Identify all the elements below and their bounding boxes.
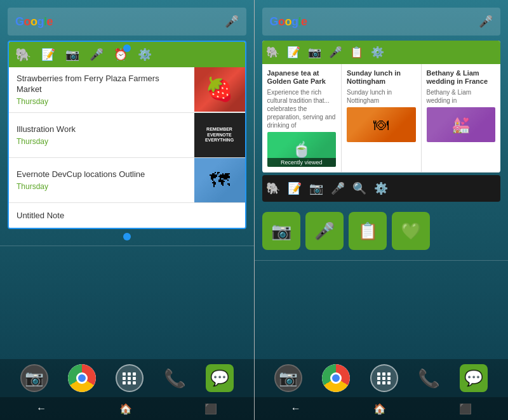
chrome-center — [76, 372, 88, 384]
dock-phone-right[interactable]: 📞 — [418, 368, 440, 389]
note-col-thumb-1: 🍵 Recently viewed — [267, 132, 337, 167]
dock-right: 📷 📞 💬 — [255, 359, 509, 397]
note-col-1[interactable]: Japanese tea at Golden Gate Park Experie… — [262, 64, 342, 172]
dock-left: 📷 📞 💬 — [0, 359, 254, 397]
home-button-left[interactable]: 🏠 — [119, 403, 132, 415]
mic-icon-right[interactable]: 🎤 — [479, 15, 493, 29]
divider-right — [255, 260, 509, 261]
nav-bar-right: ← 🏠 ⬛ — [255, 397, 509, 420]
note-col-thumb-3: 💒 — [427, 107, 496, 142]
recently-viewed-badge: Recently viewed — [267, 158, 337, 167]
dock-apps-left[interactable] — [116, 364, 144, 392]
scroll-dot-bottom — [123, 233, 131, 240]
illustration-text: REMEMBEREVERNOTEEVERYTHING — [205, 127, 234, 143]
evernote-icon-right[interactable]: 🐘 — [266, 46, 279, 59]
note-col-desc-3: Bethany & Liam wedding in — [427, 88, 496, 105]
mic-icon-left[interactable]: 🎤 — [225, 15, 239, 29]
google-search-bar-right[interactable]: Google 🎤 — [262, 8, 501, 36]
dark-settings-icon[interactable]: ⚙️ — [374, 181, 388, 195]
note-date-2: Thursday — [17, 137, 187, 146]
note-col-title-3: Bethany & Liam wedding in France — [427, 69, 496, 86]
note-col-thumb-2: 🍽 — [347, 107, 416, 142]
mic-icon-toolbar-right[interactable]: 🎤 — [329, 46, 342, 59]
note-thumb-2: REMEMBEREVERNOTEEVERYTHING — [194, 113, 245, 157]
evernote-widget-left: 🐘 📝 📷 🎤 ⏰ ⚙️ Strawberries from Ferry Pla… — [8, 41, 246, 229]
note-col-desc-1: Experience the rich cultural tradition t… — [267, 88, 337, 129]
dark-mic-icon[interactable]: 🎤 — [331, 181, 345, 195]
recent-button-right[interactable]: ⬛ — [459, 403, 472, 415]
note-date-1: Thursday — [17, 97, 187, 106]
top-scroll-indicator — [0, 44, 254, 52]
dark-note-icon[interactable]: 📝 — [288, 181, 302, 195]
back-button-right[interactable]: ← — [291, 403, 301, 414]
note-item-3[interactable]: Evernote DevCup locations Outline Thursd… — [9, 158, 245, 203]
home-button-right[interactable]: 🏠 — [373, 403, 386, 415]
evernote-widget-right: 🐘 📝 📷 🎤 📋 ⚙️ Japanese tea at Golden Gate… — [262, 41, 501, 173]
divider-left — [0, 246, 254, 246]
note-title-1: Strawberries from Ferry Plaza Farmers Ma… — [17, 74, 187, 95]
note-col-title-2: Sunday lunch in Nottingham — [347, 69, 416, 86]
thumb-wedding: 💒 — [427, 107, 496, 142]
chrome-icon-right — [322, 364, 350, 392]
note-item-1[interactable]: Strawberries from Ferry Plaza Farmers Ma… — [9, 67, 245, 113]
note-title-3: Evernote DevCup locations Outline — [17, 169, 187, 180]
dock-phone-left[interactable]: 📞 — [164, 368, 186, 389]
dark-camera-icon[interactable]: 📷 — [309, 181, 323, 195]
dock-camera-right[interactable]: 📷 — [274, 364, 302, 392]
apps-grid-right — [377, 372, 391, 384]
dock-chrome-left[interactable] — [68, 364, 96, 392]
green-camera-btn[interactable]: 📷 — [262, 212, 300, 250]
google-logo-left: Google — [15, 15, 225, 29]
camera-icon-right[interactable]: 📷 — [308, 46, 321, 59]
dark-search-icon[interactable]: 🔍 — [352, 181, 366, 195]
note-col-2[interactable]: Sunday lunch in Nottingham Sunday lunch … — [342, 64, 422, 172]
thumb-lunch: 🍽 — [347, 107, 416, 142]
bottom-scroll-indicator — [0, 233, 254, 240]
note-item-2[interactable]: Illustration Work Thursday REMEMBEREVERN… — [9, 113, 245, 158]
recent-button-left[interactable]: ⬛ — [204, 403, 217, 415]
dock-sms-right[interactable]: 💬 — [460, 364, 488, 392]
note-title-2: Illustration Work — [17, 124, 187, 135]
new-note-icon-right[interactable]: 📝 — [287, 46, 300, 59]
note-text-3: Evernote DevCup locations Outline Thursd… — [9, 158, 194, 202]
dark-evernote-icon[interactable]: 🐘 — [266, 181, 280, 195]
clip-icon-right[interactable]: 📋 — [350, 46, 363, 59]
note-col-3[interactable]: Bethany & Liam wedding in France Bethany… — [422, 64, 501, 172]
note-col-desc-2: Sunday lunch in Nottingham — [347, 88, 416, 105]
chrome-center-right — [330, 372, 342, 384]
dock-chrome-right[interactable] — [322, 364, 350, 392]
google-logo-right: Google — [270, 15, 479, 29]
note-text-2: Illustration Work Thursday — [9, 113, 194, 157]
green-clip-btn[interactable]: 📋 — [349, 212, 387, 250]
green-mic-btn[interactable]: 🎤 — [305, 212, 344, 250]
apps-grid-left — [123, 372, 137, 384]
left-panel: Google 🎤 🐘 📝 📷 🎤 ⏰ ⚙️ Strawberries from … — [0, 0, 254, 420]
right-panel: Google 🎤 🐘 📝 📷 🎤 📋 ⚙️ Japanese tea at Go… — [255, 0, 509, 420]
note-text-1: Strawberries from Ferry Plaza Farmers Ma… — [9, 67, 194, 112]
notes-grid-right: Japanese tea at Golden Gate Park Experie… — [262, 64, 501, 173]
dock-camera-left[interactable]: 📷 — [20, 364, 48, 392]
note-date-3: Thursday — [17, 182, 187, 191]
nav-bar-left: ← 🏠 ⬛ — [0, 397, 254, 420]
note-thumb-3 — [194, 158, 245, 202]
note-thumb-1 — [194, 67, 245, 112]
back-button-left[interactable]: ← — [36, 403, 46, 414]
green-heart-btn[interactable]: 💚 — [392, 212, 430, 250]
chrome-icon — [68, 364, 96, 392]
dock-sms-left[interactable]: 💬 — [206, 364, 234, 392]
dock-apps-right[interactable] — [370, 364, 398, 392]
note-col-title-1: Japanese tea at Golden Gate Park — [267, 69, 337, 86]
green-toolbar-right: 🐘 📝 📷 🎤 📋 ⚙️ — [262, 41, 501, 64]
google-search-bar-left[interactable]: Google 🎤 — [8, 8, 246, 36]
scroll-dot-top — [123, 44, 131, 52]
untitled-note[interactable]: Untitled Note — [9, 203, 245, 228]
dark-toolbar-right: 🐘 📝 📷 🎤 🔍 ⚙️ — [262, 175, 501, 202]
green-icons-row: 📷 🎤 📋 💚 — [255, 207, 509, 255]
settings-icon-right[interactable]: ⚙️ — [371, 46, 384, 59]
